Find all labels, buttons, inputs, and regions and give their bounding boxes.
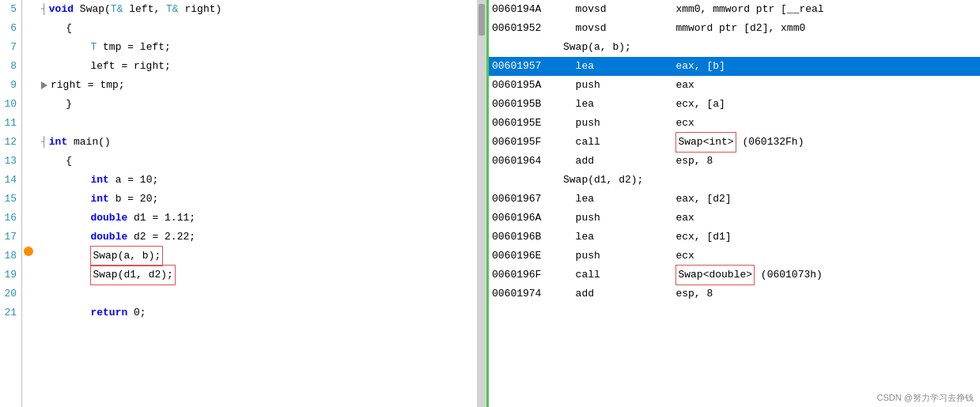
code-line-5: ┤void Swap(T& left, T& right): [41, 0, 477, 19]
keyword-int-b: int: [90, 190, 108, 209]
asm-row-2: 00601952 movsd mmword ptr [d2], xmm0: [489, 19, 980, 38]
asm-row-6: 0060195B lea ecx, [a]: [489, 95, 980, 114]
code-line-14: int a = 10;: [41, 171, 477, 190]
asm-operand-1: xmm0, mmword ptr [__real: [626, 0, 980, 19]
code-line-18: Swap(a, b);: [41, 247, 477, 266]
swap-ab-highlight: Swap(a, b);: [90, 246, 163, 266]
asm-operand-call-double: Swap<double> (0601073h): [626, 265, 980, 285]
code-line-16: double d1 = 1.11;: [41, 209, 477, 228]
asm-comment-swap-d1d2: Swap(d1, d2);: [489, 171, 980, 190]
asm-operand-12: eax: [626, 209, 980, 228]
asm-operand-call-int: Swap<int> (060132Fh): [626, 132, 980, 153]
expand-icon-5: ┤: [41, 0, 47, 19]
asm-operand-blue: eax, [b]: [626, 57, 980, 76]
asm-operand-16: esp, 8: [626, 285, 980, 303]
asm-row-13: 0060196B lea ecx, [d1]: [489, 228, 980, 247]
scrollbar[interactable]: [477, 0, 486, 407]
watermark: CSDN @努力学习去挣钱: [877, 392, 974, 404]
keyword-double-d2: double: [90, 228, 127, 247]
asm-addr-13: 0060196B: [492, 228, 563, 247]
code-line-20: [41, 285, 477, 303]
asm-instr-6: lea: [563, 95, 626, 114]
code-line-9: right = tmp;: [41, 76, 477, 95]
swap-int-highlight: Swap<int>: [675, 132, 736, 153]
asm-operand-5: eax: [626, 76, 980, 95]
right-disasm-panel: 0060194A movsd xmm0, mmword ptr [__real …: [489, 0, 980, 407]
keyword-void: void: [49, 0, 74, 19]
code-line-11: [41, 114, 477, 133]
arrow-icon: [41, 81, 47, 89]
gutter: [22, 0, 35, 407]
asm-instr-16: add: [563, 285, 626, 303]
keyword-double-d1: double: [90, 209, 127, 228]
asm-addr-6: 0060195B: [492, 95, 563, 114]
swap-double-highlight: Swap<double>: [675, 265, 755, 285]
asm-operand-2: mmword ptr [d2], xmm0: [626, 19, 980, 38]
asm-row-12: 0060196A push eax: [489, 209, 980, 228]
keyword-return: return: [90, 303, 127, 322]
code-line-6: {: [41, 19, 477, 38]
keyword-int-main: int: [49, 133, 67, 152]
asm-instr-7: push: [563, 114, 626, 133]
asm-row-5: 0060195A push eax: [489, 76, 980, 95]
asm-addr-blue: 00601957: [492, 57, 563, 76]
line-numbers: 5 6 7 8 9 10 11 12 13 14 15 16 17 18 19 …: [0, 0, 22, 407]
swap-d1d2-highlight: Swap(d1, d2);: [90, 265, 175, 285]
code-line-17: double d2 = 2.22;: [41, 228, 477, 247]
scrollbar-thumb[interactable]: [479, 4, 485, 36]
asm-addr-9: 00601964: [492, 152, 563, 171]
asm-addr-1: 0060194A: [492, 0, 563, 19]
code-line-12: ┤int main(): [41, 133, 477, 152]
keyword-int-a: int: [90, 171, 108, 190]
asm-instr-14: push: [563, 247, 626, 266]
asm-operand-11: eax, [d2]: [626, 190, 980, 209]
asm-instr-call-double: call: [563, 266, 626, 285]
asm-operand-14: ecx: [626, 247, 980, 266]
asm-instr-call-int: call: [563, 133, 626, 152]
asm-instr-13: lea: [563, 228, 626, 247]
asm-addr-12: 0060196A: [492, 209, 563, 228]
asm-row-7: 0060195E push ecx: [489, 114, 980, 133]
code-line-7: T tmp = left;: [41, 38, 477, 57]
asm-row-9: 00601964 add esp, 8: [489, 152, 980, 171]
code-line-21: return 0;: [41, 303, 477, 322]
code-line-15: int b = 20;: [41, 190, 477, 209]
asm-addr-call-int: 0060195F: [492, 133, 563, 152]
asm-row-14: 0060196E push ecx: [489, 247, 980, 266]
code-line-10: }: [41, 95, 477, 114]
asm-addr-14: 0060196E: [492, 247, 563, 266]
asm-addr-2: 00601952: [492, 19, 563, 38]
breakpoint-indicator: [24, 247, 33, 256]
asm-operand-7: ecx: [626, 114, 980, 133]
asm-instr-9: add: [563, 152, 626, 171]
asm-instr-11: lea: [563, 190, 626, 209]
code-line-19: Swap(d1, d2);: [41, 266, 477, 285]
asm-row-1: 0060194A movsd xmm0, mmword ptr [__real: [489, 0, 980, 19]
asm-row-blue: 00601957 lea eax, [b]: [489, 57, 980, 76]
code-line-8: left = right;: [41, 57, 477, 76]
asm-operand-13: ecx, [d1]: [626, 228, 980, 247]
asm-addr-5: 0060195A: [492, 76, 563, 95]
asm-addr-16: 00601974: [492, 285, 563, 303]
asm-instr-5: push: [563, 76, 626, 95]
code-content: ┤void Swap(T& left, T& right) { T tmp = …: [35, 0, 477, 407]
asm-instr-blue: lea: [563, 57, 626, 76]
left-code-panel: 5 6 7 8 9 10 11 12 13 14 15 16 17 18 19 …: [0, 0, 489, 407]
asm-instr-2: movsd: [563, 19, 626, 38]
asm-addr-11: 00601967: [492, 190, 563, 209]
code-line-13: {: [41, 152, 477, 171]
asm-row-11: 00601967 lea eax, [d2]: [489, 190, 980, 209]
expand-icon-12: ┤: [41, 133, 47, 152]
asm-comment-swap-ab: Swap(a, b);: [489, 38, 980, 57]
asm-operand-9: esp, 8: [626, 152, 980, 171]
asm-instr-12: push: [563, 209, 626, 228]
asm-addr-call-double: 0060196F: [492, 266, 563, 285]
asm-row-call-int: 0060195F call Swap<int> (060132Fh): [489, 133, 980, 152]
asm-addr-7: 0060195E: [492, 114, 563, 133]
asm-row-call-double: 0060196F call Swap<double> (0601073h): [489, 266, 980, 285]
asm-operand-6: ecx, [a]: [626, 95, 980, 114]
asm-instr-1: movsd: [563, 0, 626, 19]
asm-row-16: 00601974 add esp, 8: [489, 285, 980, 303]
